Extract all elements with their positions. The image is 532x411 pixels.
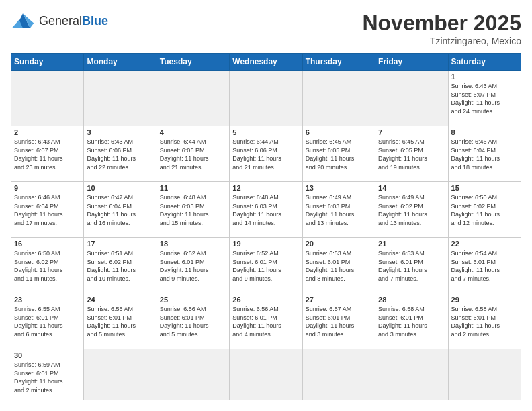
day-info: Sunrise: 6:58 AM Sunset: 6:01 PM Dayligh… — [451, 305, 518, 338]
day-header-thursday: Thursday — [302, 54, 375, 71]
calendar-cell: 3Sunrise: 6:43 AM Sunset: 6:06 PM Daylig… — [84, 126, 157, 182]
date-number: 25 — [160, 295, 226, 304]
day-info: Sunrise: 6:52 AM Sunset: 6:01 PM Dayligh… — [232, 249, 299, 283]
date-number: 5 — [232, 128, 299, 136]
calendar-cell: 15Sunrise: 6:50 AM Sunset: 6:02 PM Dayli… — [448, 182, 521, 238]
calendar-cell: 14Sunrise: 6:49 AM Sunset: 6:02 PM Dayli… — [375, 182, 448, 238]
title-area: November 2025 Tzintzingareo, Mexico — [362, 11, 521, 46]
date-number: 19 — [232, 240, 299, 248]
calendar-cell: 28Sunrise: 6:58 AM Sunset: 6:01 PM Dayli… — [375, 293, 448, 349]
calendar-cell — [84, 71, 157, 126]
date-number: 11 — [160, 184, 226, 192]
day-info: Sunrise: 6:44 AM Sunset: 6:06 PM Dayligh… — [160, 138, 226, 171]
calendar-cell — [448, 349, 521, 400]
date-number: 1 — [451, 73, 518, 81]
day-info: Sunrise: 6:56 AM Sunset: 6:01 PM Dayligh… — [160, 305, 226, 338]
date-number: 29 — [451, 295, 518, 304]
day-info: Sunrise: 6:55 AM Sunset: 6:01 PM Dayligh… — [14, 305, 81, 338]
day-info: Sunrise: 6:52 AM Sunset: 6:01 PM Dayligh… — [160, 249, 226, 283]
date-number: 7 — [378, 128, 445, 136]
day-header-tuesday: Tuesday — [157, 54, 229, 71]
day-info: Sunrise: 6:50 AM Sunset: 6:02 PM Dayligh… — [451, 193, 518, 227]
date-number: 18 — [160, 240, 226, 248]
logo: GeneralBlue — [11, 11, 108, 31]
calendar-cell: 8Sunrise: 6:46 AM Sunset: 6:04 PM Daylig… — [448, 126, 521, 182]
calendar-cell: 30Sunrise: 6:59 AM Sunset: 6:01 PM Dayli… — [11, 349, 84, 400]
day-info: Sunrise: 6:46 AM Sunset: 6:04 PM Dayligh… — [451, 138, 518, 171]
day-info: Sunrise: 6:53 AM Sunset: 6:01 PM Dayligh… — [306, 249, 372, 283]
day-info: Sunrise: 6:53 AM Sunset: 6:01 PM Dayligh… — [378, 249, 445, 283]
day-header-saturday: Saturday — [448, 54, 521, 71]
calendar-cell: 10Sunrise: 6:47 AM Sunset: 6:04 PM Dayli… — [84, 182, 157, 238]
location: Tzintzingareo, Mexico — [362, 36, 521, 46]
calendar-cell — [230, 349, 302, 400]
calendar-cell: 27Sunrise: 6:57 AM Sunset: 6:01 PM Dayli… — [302, 293, 375, 349]
calendar-cell — [302, 349, 375, 400]
day-info: Sunrise: 6:56 AM Sunset: 6:01 PM Dayligh… — [232, 305, 299, 338]
header: GeneralBlue November 2025 Tzintzingareo,… — [11, 11, 521, 46]
calendar-cell: 11Sunrise: 6:48 AM Sunset: 6:03 PM Dayli… — [157, 182, 229, 238]
day-info: Sunrise: 6:49 AM Sunset: 6:03 PM Dayligh… — [306, 193, 372, 227]
date-number: 9 — [14, 184, 81, 192]
day-info: Sunrise: 6:50 AM Sunset: 6:02 PM Dayligh… — [14, 249, 81, 283]
day-header-sunday: Sunday — [11, 54, 84, 71]
day-header-friday: Friday — [375, 54, 448, 71]
calendar-cell: 9Sunrise: 6:46 AM Sunset: 6:04 PM Daylig… — [11, 182, 84, 238]
calendar-cell: 13Sunrise: 6:49 AM Sunset: 6:03 PM Dayli… — [302, 182, 375, 238]
calendar-cell: 29Sunrise: 6:58 AM Sunset: 6:01 PM Dayli… — [448, 293, 521, 349]
calendar-cell: 12Sunrise: 6:48 AM Sunset: 6:03 PM Dayli… — [230, 182, 302, 238]
calendar-cell — [375, 71, 448, 126]
date-number: 13 — [306, 184, 372, 192]
calendar-week-row: 23Sunrise: 6:55 AM Sunset: 6:01 PM Dayli… — [11, 293, 521, 349]
logo-icon — [11, 11, 35, 31]
logo-text: GeneralBlue — [39, 14, 108, 28]
calendar-cell: 23Sunrise: 6:55 AM Sunset: 6:01 PM Dayli… — [11, 293, 84, 349]
calendar-week-row: 16Sunrise: 6:50 AM Sunset: 6:02 PM Dayli… — [11, 238, 521, 293]
calendar-table: SundayMondayTuesdayWednesdayThursdayFrid… — [11, 53, 521, 400]
date-number: 14 — [378, 184, 445, 192]
date-number: 3 — [87, 128, 153, 136]
calendar-cell — [157, 349, 229, 400]
calendar-cell: 19Sunrise: 6:52 AM Sunset: 6:01 PM Dayli… — [230, 238, 302, 293]
date-number: 10 — [87, 184, 153, 192]
day-header-monday: Monday — [84, 54, 157, 71]
date-number: 16 — [14, 240, 81, 248]
day-info: Sunrise: 6:45 AM Sunset: 6:05 PM Dayligh… — [306, 138, 372, 171]
day-info: Sunrise: 6:43 AM Sunset: 6:07 PM Dayligh… — [14, 138, 81, 171]
date-number: 22 — [451, 240, 518, 248]
day-info: Sunrise: 6:51 AM Sunset: 6:02 PM Dayligh… — [87, 249, 153, 283]
calendar-cell: 22Sunrise: 6:54 AM Sunset: 6:01 PM Dayli… — [448, 238, 521, 293]
date-number: 23 — [14, 295, 81, 304]
day-info: Sunrise: 6:48 AM Sunset: 6:03 PM Dayligh… — [232, 193, 299, 227]
day-info: Sunrise: 6:54 AM Sunset: 6:01 PM Dayligh… — [451, 249, 518, 283]
date-number: 2 — [14, 128, 81, 136]
date-number: 27 — [306, 295, 372, 304]
date-number: 28 — [378, 295, 445, 304]
calendar-cell: 21Sunrise: 6:53 AM Sunset: 6:01 PM Dayli… — [375, 238, 448, 293]
calendar-cell: 16Sunrise: 6:50 AM Sunset: 6:02 PM Dayli… — [11, 238, 84, 293]
calendar-cell: 26Sunrise: 6:56 AM Sunset: 6:01 PM Dayli… — [230, 293, 302, 349]
calendar-cell — [302, 71, 375, 126]
calendar-cell: 6Sunrise: 6:45 AM Sunset: 6:05 PM Daylig… — [302, 126, 375, 182]
month-title: November 2025 — [362, 11, 521, 36]
date-number: 24 — [87, 295, 153, 304]
day-info: Sunrise: 6:48 AM Sunset: 6:03 PM Dayligh… — [160, 193, 226, 227]
day-info: Sunrise: 6:59 AM Sunset: 6:01 PM Dayligh… — [14, 361, 81, 394]
calendar-cell — [84, 349, 157, 400]
calendar-cell: 20Sunrise: 6:53 AM Sunset: 6:01 PM Dayli… — [302, 238, 375, 293]
date-number: 8 — [451, 128, 518, 136]
calendar-cell: 18Sunrise: 6:52 AM Sunset: 6:01 PM Dayli… — [157, 238, 229, 293]
calendar-cell: 2Sunrise: 6:43 AM Sunset: 6:07 PM Daylig… — [11, 126, 84, 182]
date-number: 26 — [232, 295, 299, 304]
day-info: Sunrise: 6:46 AM Sunset: 6:04 PM Dayligh… — [14, 193, 81, 227]
calendar-cell — [230, 71, 302, 126]
calendar-cell — [11, 71, 84, 126]
day-info: Sunrise: 6:43 AM Sunset: 6:06 PM Dayligh… — [87, 138, 153, 171]
date-number: 17 — [87, 240, 153, 248]
calendar-cell: 5Sunrise: 6:44 AM Sunset: 6:06 PM Daylig… — [230, 126, 302, 182]
calendar-week-row: 1Sunrise: 6:43 AM Sunset: 6:07 PM Daylig… — [11, 71, 521, 126]
calendar-cell: 24Sunrise: 6:55 AM Sunset: 6:01 PM Dayli… — [84, 293, 157, 349]
calendar-week-row: 2Sunrise: 6:43 AM Sunset: 6:07 PM Daylig… — [11, 126, 521, 182]
day-info: Sunrise: 6:43 AM Sunset: 6:07 PM Dayligh… — [451, 82, 518, 116]
day-header-wednesday: Wednesday — [230, 54, 302, 71]
